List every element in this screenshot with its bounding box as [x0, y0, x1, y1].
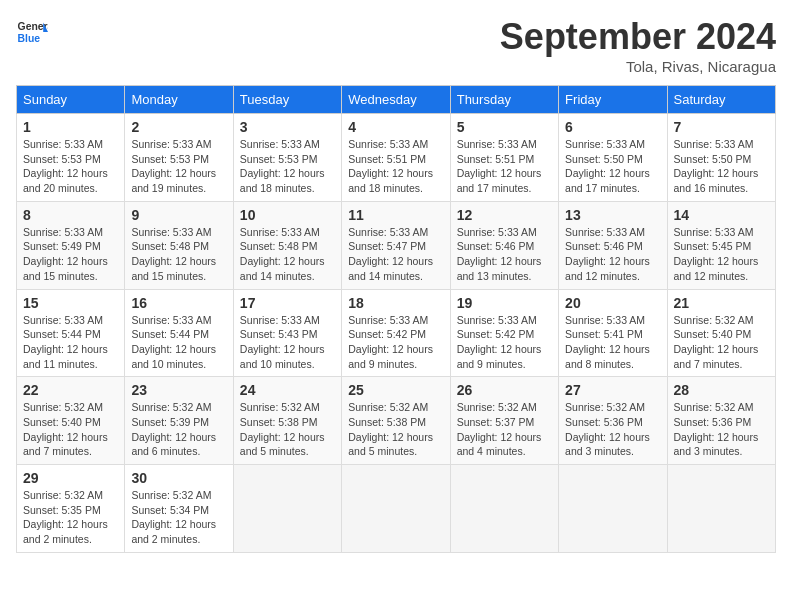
- day-info: Sunrise: 5:32 AMSunset: 5:36 PMDaylight:…: [674, 400, 769, 459]
- day-number: 16: [131, 295, 226, 311]
- day-info: Sunrise: 5:32 AMSunset: 5:38 PMDaylight:…: [240, 400, 335, 459]
- day-number: 5: [457, 119, 552, 135]
- day-number: 22: [23, 382, 118, 398]
- svg-text:Blue: Blue: [18, 33, 41, 44]
- calendar-cell: 5Sunrise: 5:33 AMSunset: 5:51 PMDaylight…: [450, 114, 558, 202]
- calendar-week-3: 22Sunrise: 5:32 AMSunset: 5:40 PMDayligh…: [17, 377, 776, 465]
- day-info: Sunrise: 5:32 AMSunset: 5:37 PMDaylight:…: [457, 400, 552, 459]
- calendar-cell: 13Sunrise: 5:33 AMSunset: 5:46 PMDayligh…: [559, 201, 667, 289]
- calendar-cell: 8Sunrise: 5:33 AMSunset: 5:49 PMDaylight…: [17, 201, 125, 289]
- day-number: 4: [348, 119, 443, 135]
- day-number: 28: [674, 382, 769, 398]
- calendar-cell: 10Sunrise: 5:33 AMSunset: 5:48 PMDayligh…: [233, 201, 341, 289]
- day-info: Sunrise: 5:33 AMSunset: 5:48 PMDaylight:…: [240, 225, 335, 284]
- weekday-header-row: SundayMondayTuesdayWednesdayThursdayFrid…: [17, 86, 776, 114]
- calendar-cell: 18Sunrise: 5:33 AMSunset: 5:42 PMDayligh…: [342, 289, 450, 377]
- page-header: General Blue September 2024 Tola, Rivas,…: [16, 16, 776, 75]
- day-number: 21: [674, 295, 769, 311]
- calendar-cell: 24Sunrise: 5:32 AMSunset: 5:38 PMDayligh…: [233, 377, 341, 465]
- calendar-cell: 26Sunrise: 5:32 AMSunset: 5:37 PMDayligh…: [450, 377, 558, 465]
- day-info: Sunrise: 5:32 AMSunset: 5:36 PMDaylight:…: [565, 400, 660, 459]
- day-number: 14: [674, 207, 769, 223]
- calendar-cell: 15Sunrise: 5:33 AMSunset: 5:44 PMDayligh…: [17, 289, 125, 377]
- calendar-cell: 19Sunrise: 5:33 AMSunset: 5:42 PMDayligh…: [450, 289, 558, 377]
- calendar-cell: 4Sunrise: 5:33 AMSunset: 5:51 PMDaylight…: [342, 114, 450, 202]
- day-info: Sunrise: 5:33 AMSunset: 5:44 PMDaylight:…: [131, 313, 226, 372]
- day-info: Sunrise: 5:33 AMSunset: 5:44 PMDaylight:…: [23, 313, 118, 372]
- day-number: 24: [240, 382, 335, 398]
- weekday-header-wednesday: Wednesday: [342, 86, 450, 114]
- calendar-cell: 17Sunrise: 5:33 AMSunset: 5:43 PMDayligh…: [233, 289, 341, 377]
- calendar-week-1: 8Sunrise: 5:33 AMSunset: 5:49 PMDaylight…: [17, 201, 776, 289]
- calendar-cell: 22Sunrise: 5:32 AMSunset: 5:40 PMDayligh…: [17, 377, 125, 465]
- day-info: Sunrise: 5:33 AMSunset: 5:49 PMDaylight:…: [23, 225, 118, 284]
- day-number: 23: [131, 382, 226, 398]
- day-info: Sunrise: 5:33 AMSunset: 5:51 PMDaylight:…: [348, 137, 443, 196]
- calendar-cell: 28Sunrise: 5:32 AMSunset: 5:36 PMDayligh…: [667, 377, 775, 465]
- day-info: Sunrise: 5:33 AMSunset: 5:46 PMDaylight:…: [565, 225, 660, 284]
- day-number: 8: [23, 207, 118, 223]
- day-info: Sunrise: 5:32 AMSunset: 5:39 PMDaylight:…: [131, 400, 226, 459]
- day-number: 3: [240, 119, 335, 135]
- day-info: Sunrise: 5:32 AMSunset: 5:40 PMDaylight:…: [674, 313, 769, 372]
- day-number: 9: [131, 207, 226, 223]
- calendar-table: SundayMondayTuesdayWednesdayThursdayFrid…: [16, 85, 776, 553]
- day-info: Sunrise: 5:33 AMSunset: 5:47 PMDaylight:…: [348, 225, 443, 284]
- day-number: 18: [348, 295, 443, 311]
- calendar-cell: 1Sunrise: 5:33 AMSunset: 5:53 PMDaylight…: [17, 114, 125, 202]
- day-number: 29: [23, 470, 118, 486]
- calendar-cell: [559, 465, 667, 553]
- calendar-cell: 14Sunrise: 5:33 AMSunset: 5:45 PMDayligh…: [667, 201, 775, 289]
- day-number: 17: [240, 295, 335, 311]
- day-number: 15: [23, 295, 118, 311]
- day-info: Sunrise: 5:33 AMSunset: 5:51 PMDaylight:…: [457, 137, 552, 196]
- day-number: 19: [457, 295, 552, 311]
- calendar-cell: 11Sunrise: 5:33 AMSunset: 5:47 PMDayligh…: [342, 201, 450, 289]
- calendar-cell: 21Sunrise: 5:32 AMSunset: 5:40 PMDayligh…: [667, 289, 775, 377]
- day-info: Sunrise: 5:33 AMSunset: 5:46 PMDaylight:…: [457, 225, 552, 284]
- day-info: Sunrise: 5:32 AMSunset: 5:34 PMDaylight:…: [131, 488, 226, 547]
- calendar-cell: 12Sunrise: 5:33 AMSunset: 5:46 PMDayligh…: [450, 201, 558, 289]
- day-info: Sunrise: 5:33 AMSunset: 5:42 PMDaylight:…: [457, 313, 552, 372]
- calendar-week-0: 1Sunrise: 5:33 AMSunset: 5:53 PMDaylight…: [17, 114, 776, 202]
- logo-icon: General Blue: [16, 16, 48, 48]
- calendar-week-4: 29Sunrise: 5:32 AMSunset: 5:35 PMDayligh…: [17, 465, 776, 553]
- weekday-header-tuesday: Tuesday: [233, 86, 341, 114]
- weekday-header-sunday: Sunday: [17, 86, 125, 114]
- calendar-cell: [450, 465, 558, 553]
- calendar-cell: 6Sunrise: 5:33 AMSunset: 5:50 PMDaylight…: [559, 114, 667, 202]
- day-info: Sunrise: 5:33 AMSunset: 5:48 PMDaylight:…: [131, 225, 226, 284]
- month-title: September 2024: [500, 16, 776, 58]
- logo: General Blue: [16, 16, 48, 48]
- day-number: 7: [674, 119, 769, 135]
- day-number: 1: [23, 119, 118, 135]
- calendar-cell: 30Sunrise: 5:32 AMSunset: 5:34 PMDayligh…: [125, 465, 233, 553]
- day-number: 27: [565, 382, 660, 398]
- calendar-cell: 25Sunrise: 5:32 AMSunset: 5:38 PMDayligh…: [342, 377, 450, 465]
- day-info: Sunrise: 5:32 AMSunset: 5:35 PMDaylight:…: [23, 488, 118, 547]
- calendar-cell: [667, 465, 775, 553]
- day-info: Sunrise: 5:33 AMSunset: 5:50 PMDaylight:…: [674, 137, 769, 196]
- day-info: Sunrise: 5:33 AMSunset: 5:42 PMDaylight:…: [348, 313, 443, 372]
- weekday-header-friday: Friday: [559, 86, 667, 114]
- calendar-cell: 2Sunrise: 5:33 AMSunset: 5:53 PMDaylight…: [125, 114, 233, 202]
- day-number: 10: [240, 207, 335, 223]
- calendar-cell: 3Sunrise: 5:33 AMSunset: 5:53 PMDaylight…: [233, 114, 341, 202]
- day-info: Sunrise: 5:33 AMSunset: 5:45 PMDaylight:…: [674, 225, 769, 284]
- day-number: 25: [348, 382, 443, 398]
- day-info: Sunrise: 5:33 AMSunset: 5:50 PMDaylight:…: [565, 137, 660, 196]
- calendar-cell: 20Sunrise: 5:33 AMSunset: 5:41 PMDayligh…: [559, 289, 667, 377]
- day-info: Sunrise: 5:33 AMSunset: 5:53 PMDaylight:…: [131, 137, 226, 196]
- day-number: 26: [457, 382, 552, 398]
- day-info: Sunrise: 5:33 AMSunset: 5:53 PMDaylight:…: [23, 137, 118, 196]
- day-number: 12: [457, 207, 552, 223]
- title-section: September 2024 Tola, Rivas, Nicaragua: [500, 16, 776, 75]
- day-info: Sunrise: 5:33 AMSunset: 5:41 PMDaylight:…: [565, 313, 660, 372]
- day-info: Sunrise: 5:32 AMSunset: 5:38 PMDaylight:…: [348, 400, 443, 459]
- calendar-cell: 16Sunrise: 5:33 AMSunset: 5:44 PMDayligh…: [125, 289, 233, 377]
- location-subtitle: Tola, Rivas, Nicaragua: [500, 58, 776, 75]
- weekday-header-saturday: Saturday: [667, 86, 775, 114]
- day-info: Sunrise: 5:33 AMSunset: 5:43 PMDaylight:…: [240, 313, 335, 372]
- day-number: 6: [565, 119, 660, 135]
- calendar-cell: 23Sunrise: 5:32 AMSunset: 5:39 PMDayligh…: [125, 377, 233, 465]
